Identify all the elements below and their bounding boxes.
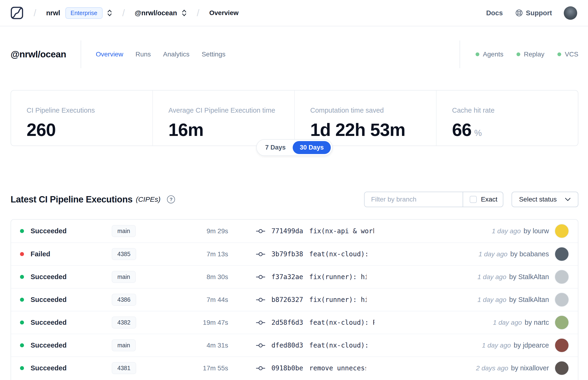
commit-hash: dfed80d3: [271, 342, 303, 349]
date-range-toggle: 7 Days 30 Days: [256, 139, 333, 156]
table-row[interactable]: Succeeded main 4m 31s dfed80d3 feat(nx-c…: [11, 334, 578, 357]
branch-badge: 4386: [112, 294, 136, 306]
exact-label: Exact: [481, 196, 497, 203]
table-row[interactable]: Succeeded 4382 19m 47s 2d58f6d3 feat(nx-…: [11, 311, 578, 334]
commit-hash: 0918b0be: [271, 364, 303, 372]
status-text: Succeeded: [31, 342, 101, 349]
stat-computation-time-saved: Computation time saved 1d 22h 53m: [294, 91, 436, 146]
commit-hash: 2d58f6d3: [271, 319, 303, 326]
git-commit-icon: [256, 251, 265, 257]
breadcrumb-org[interactable]: nrwl: [46, 9, 60, 17]
commit-message: fix(runner): hide log upload errors b…: [309, 296, 367, 304]
nx-cloud-logo-icon[interactable]: [10, 6, 24, 20]
author-avatar: [555, 338, 569, 353]
stats-cards: CI Pipeline Executions 260 Average CI Pi…: [11, 90, 578, 146]
branch-filter-group: Exact: [364, 192, 503, 207]
status-text: Failed: [31, 250, 101, 258]
duration-text: 7m 13s: [181, 250, 228, 258]
page-title: @nrwl/ocean: [11, 49, 66, 59]
exact-checkbox[interactable]: [470, 196, 477, 203]
author: by jdpearce: [514, 342, 549, 349]
git-commit-icon: [256, 320, 265, 326]
stat-value: 260: [27, 119, 152, 140]
author-avatar: [555, 270, 569, 284]
stat-label: Cache hit rate: [452, 107, 578, 114]
timestamp: 1 day ago: [492, 228, 521, 235]
author: by lourw: [524, 227, 549, 235]
author-avatar: [555, 361, 569, 375]
stat-average-execution-time: Average CI Pipeline Execution time 16m: [152, 91, 294, 146]
author: by nartc: [525, 319, 549, 326]
stat-ci-pipeline-executions: CI Pipeline Executions 260: [11, 91, 152, 146]
author: by bcabanes: [510, 250, 549, 258]
tab-settings[interactable]: Settings: [202, 51, 225, 58]
status-vcs[interactable]: VCS: [557, 51, 578, 58]
git-commit-icon: [256, 297, 265, 303]
breadcrumb-slash: /: [197, 8, 199, 18]
chevron-down-icon: [565, 197, 571, 201]
timestamp: 1 day ago: [493, 319, 522, 326]
commit-hash: b8726327: [271, 296, 303, 304]
status-text: Succeeded: [31, 296, 101, 304]
stat-label: Computation time saved: [310, 107, 436, 114]
status-select-dropdown[interactable]: Select status: [512, 192, 578, 207]
range-30-days-button[interactable]: 30 Days: [293, 141, 331, 154]
git-commit-icon: [256, 228, 265, 234]
org-switcher-chevron-icon[interactable]: [107, 9, 113, 17]
docs-link[interactable]: Docs: [486, 9, 503, 17]
duration-text: 4m 31s: [181, 342, 228, 349]
tab-overview[interactable]: Overview: [96, 51, 123, 58]
status-label: Agents: [483, 51, 503, 58]
table-row[interactable]: Succeeded 4386 7m 44s b8726327 fix(runne…: [11, 288, 578, 311]
status-replay[interactable]: Replay: [516, 51, 544, 58]
enterprise-badge[interactable]: Enterprise: [65, 7, 103, 19]
author: by nixallover: [511, 364, 549, 372]
cipe-section-header: Latest CI Pipeline Executions (CIPEs) ? …: [11, 191, 578, 208]
stat-value: 16m: [168, 119, 294, 140]
timestamp: 1 day ago: [477, 296, 506, 304]
timestamp: 2 days ago: [476, 364, 508, 372]
branch-badge: main: [112, 271, 136, 283]
duration-text: 19m 47s: [181, 319, 228, 326]
status-label: VCS: [565, 51, 578, 58]
cipe-title: Latest CI Pipeline Executions: [11, 194, 133, 205]
tab-analytics[interactable]: Analytics: [163, 51, 189, 58]
author-avatar: [555, 315, 569, 330]
commit-message: feat(nx-cloud): PermissionError and N…: [309, 319, 374, 326]
table-row[interactable]: Succeeded main 9m 29s 771499da fix(nx-ap…: [11, 220, 578, 243]
support-link[interactable]: Support: [515, 9, 552, 17]
commit-message: feat(nx-cloud): refactor UI component…: [309, 250, 367, 258]
status-text: Succeeded: [31, 227, 101, 235]
cipe-subtitle: (CIPEs): [136, 195, 160, 203]
timestamp: 1 day ago: [479, 250, 508, 258]
workspace-tabs: Overview Runs Analytics Settings: [96, 51, 225, 58]
workspace-header: @nrwl/ocean Overview Runs Analytics Sett…: [11, 41, 578, 68]
status-agents[interactable]: Agents: [475, 51, 503, 58]
workspace-switcher-chevron-icon[interactable]: [181, 9, 187, 17]
stat-value: 1d 22h 53m: [310, 119, 436, 140]
tab-runs[interactable]: Runs: [135, 51, 151, 58]
status-dot: [20, 229, 24, 233]
table-row[interactable]: Succeeded 4381 17m 55s 0918b0be remove u…: [11, 357, 578, 379]
breadcrumb-page: Overview: [209, 9, 239, 17]
user-avatar[interactable]: [564, 6, 577, 20]
range-7-days-button[interactable]: 7 Days: [258, 141, 293, 154]
green-dot-icon: [475, 53, 479, 56]
breadcrumb-slash: /: [122, 8, 125, 18]
author: by StalkAltan: [509, 296, 549, 304]
cipe-table: Succeeded main 9m 29s 771499da fix(nx-ap…: [11, 219, 578, 380]
breadcrumb-workspace[interactable]: @nrwl/ocean: [135, 9, 177, 17]
git-commit-icon: [256, 365, 265, 371]
table-row[interactable]: Succeeded main 8m 30s f37a32ae fix(runne…: [11, 265, 578, 288]
status-text: Succeeded: [31, 364, 101, 372]
green-dot-icon: [516, 53, 520, 56]
commit-hash: 3b79fb38: [271, 250, 303, 258]
help-icon[interactable]: ?: [167, 195, 175, 203]
duration-text: 17m 55s: [181, 364, 228, 372]
author-avatar: [555, 292, 569, 307]
table-row[interactable]: Failed 4385 7m 13s 3b79fb38 feat(nx-clou…: [11, 243, 578, 265]
branch-filter-input[interactable]: [364, 192, 463, 207]
commit-message: fix(runner): hide log upload errors b…: [309, 273, 367, 281]
status-dot: [20, 275, 24, 279]
timestamp: 1 day ago: [482, 342, 511, 349]
